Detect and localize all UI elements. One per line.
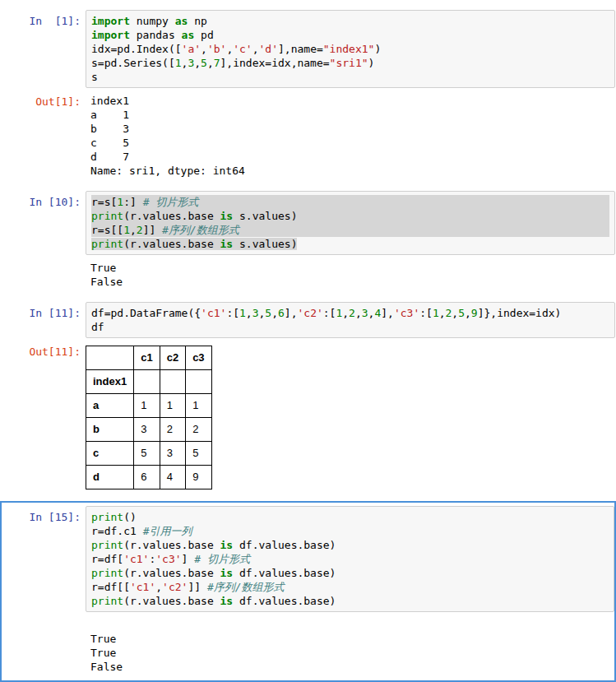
code-line: idx=pd.Index(['a','b','c','d'],name="ind… (91, 42, 609, 56)
code-cell-3[interactable]: In [11]: df=pd.DataFrame({'c1':[1,3,5,6]… (0, 297, 616, 501)
code-token: 2 (349, 307, 355, 319)
code-line: import numpy as np (91, 14, 609, 28)
code-editor[interactable]: r=s[1:] # 切片形式print(r.values.base is s.v… (86, 191, 615, 255)
code-token: :[ (323, 307, 336, 319)
code-line: print(r.values.base is df.values.base) (91, 594, 609, 608)
code-token: pandas (130, 29, 182, 41)
code-token: 1 (175, 57, 182, 69)
table-cell: 1 (160, 394, 185, 418)
code-token: 7 (214, 57, 220, 69)
output-text: True False (86, 259, 615, 290)
output-prompt: Out[11]: (4, 341, 86, 359)
code-token: 3 (252, 307, 259, 319)
code-token: print (91, 595, 123, 607)
code-token: ], (381, 307, 394, 319)
code-token: , (207, 57, 214, 69)
code-token: ] (182, 553, 195, 565)
code-token: 1 (117, 196, 123, 208)
code-cell-2[interactable]: In [10]: r=s[1:] # 切片形式print(r.values.ba… (0, 186, 616, 297)
code-token: , (194, 57, 201, 69)
code-token: 'c1' (201, 307, 226, 319)
code-token: , (201, 43, 207, 55)
code-line: r=s[[1,2]] #序列/数组形式 (91, 223, 609, 237)
cell-1-input-row: In [1]: import numpy as npimport pandas … (4, 10, 615, 88)
table-cell: 1 (186, 394, 211, 418)
code-token: s=pd.Series([ (91, 57, 175, 69)
code-block: df=pd.DataFrame({'c1':[1,3,5,6],'c2':[1,… (91, 306, 609, 334)
code-line: print() (91, 510, 609, 524)
code-token: r=df[[ (91, 581, 130, 593)
code-token: 3 (362, 307, 368, 319)
table-cell: 9 (186, 466, 211, 489)
code-token: is (220, 539, 234, 551)
code-token: r=s[ (91, 196, 117, 208)
code-token: 'c3' (155, 553, 181, 565)
code-token: "index1" (323, 43, 375, 55)
code-token: , (452, 307, 458, 319)
dataframe-output: c1c2c3index1a111b322c535d649 (86, 346, 615, 489)
index-name-row: index1 (86, 370, 212, 394)
empty-header-cell (134, 370, 160, 394)
code-editor[interactable]: print()r=df.c1 #引用一列print(r.values.base … (86, 506, 614, 612)
code-token: df.values.base) (233, 567, 336, 579)
code-cell-1[interactable]: In [1]: import numpy as npimport pandas … (0, 5, 616, 186)
input-prompt: In [11]: (4, 302, 86, 320)
table-cell: 2 (186, 418, 211, 442)
code-token: :[ (419, 307, 433, 319)
cell-2-input-row: In [10]: r=s[1:] # 切片形式print(r.values.ba… (4, 191, 615, 255)
code-block: import numpy as npimport pandas as pdidx… (91, 14, 609, 84)
code-token: is (220, 567, 234, 579)
code-block: r=s[1:] # 切片形式print(r.values.base is s.v… (91, 195, 609, 251)
jupyter-notebook: In [1]: import numpy as npimport pandas … (0, 0, 616, 682)
cell-3-output-row: Out[11]: c1c2c3index1a111b322c535d649 (4, 341, 615, 496)
code-token: ], (285, 307, 298, 319)
output-prompt: Out[1]: (4, 90, 86, 109)
code-block: print()r=df.c1 #引用一列print(r.values.base … (91, 510, 609, 608)
code-token: print (91, 539, 123, 551)
code-token: is (220, 238, 234, 250)
code-token: ]] (143, 224, 162, 236)
code-line: r=s[1:] # 切片形式 (91, 195, 609, 209)
code-token: 5 (265, 307, 271, 319)
code-token: 'c3' (394, 307, 419, 319)
code-line: import pandas as pd (91, 28, 609, 42)
code-editor[interactable]: df=pd.DataFrame({'c1':[1,3,5,6],'c2':[1,… (86, 302, 615, 338)
code-token: , (465, 307, 471, 319)
code-token: 'c1' (130, 581, 155, 593)
code-line: df=pd.DataFrame({'c1':[1,3,5,6],'c2':[1,… (91, 306, 609, 320)
code-token: import (91, 15, 130, 27)
cell-1-output-row: Out[1]: index1 a 1 b 3 c 5 d 7 Name: sri… (4, 90, 615, 181)
table-corner-cell (86, 346, 134, 370)
code-token: 9 (471, 307, 478, 319)
code-token: , (155, 581, 162, 593)
output-area: True False (86, 257, 615, 292)
code-cell-4-selected[interactable]: In [15]: print()r=df.c1 #引用一列print(r.val… (0, 501, 616, 682)
code-token: 'c' (233, 43, 252, 55)
code-token: df (91, 321, 104, 333)
code-token: is (220, 210, 234, 222)
code-editor[interactable]: import numpy as npimport pandas as pdidx… (86, 10, 615, 88)
table-row: d649 (86, 466, 212, 489)
code-token: (r.values.base (123, 238, 220, 250)
code-token: (r.values.base (123, 210, 220, 222)
code-token: s.values) (233, 238, 297, 250)
code-token: 6 (278, 307, 285, 319)
code-token: df.values.base) (233, 539, 336, 551)
column-header: c3 (186, 346, 211, 370)
code-token: , (252, 43, 259, 55)
code-token: 1 (123, 224, 130, 236)
code-token: print (91, 567, 123, 579)
code-token: (r.values.base (123, 595, 220, 607)
output-text: index1 a 1 b 3 c 5 d 7 Name: sri1, dtype… (86, 92, 615, 179)
table-header-row: c1c2c3 (86, 346, 212, 370)
table-row: a111 (86, 394, 212, 418)
row-index-cell: b (86, 418, 134, 442)
code-token: 'd' (259, 43, 278, 55)
code-token: :] (123, 196, 142, 208)
code-token: 2 (137, 224, 143, 236)
table-row: c535 (86, 442, 212, 466)
code-token: , (439, 307, 446, 319)
cell-2-output-row: True False (4, 257, 615, 292)
column-header: c2 (160, 346, 185, 370)
code-line: s (91, 70, 609, 84)
